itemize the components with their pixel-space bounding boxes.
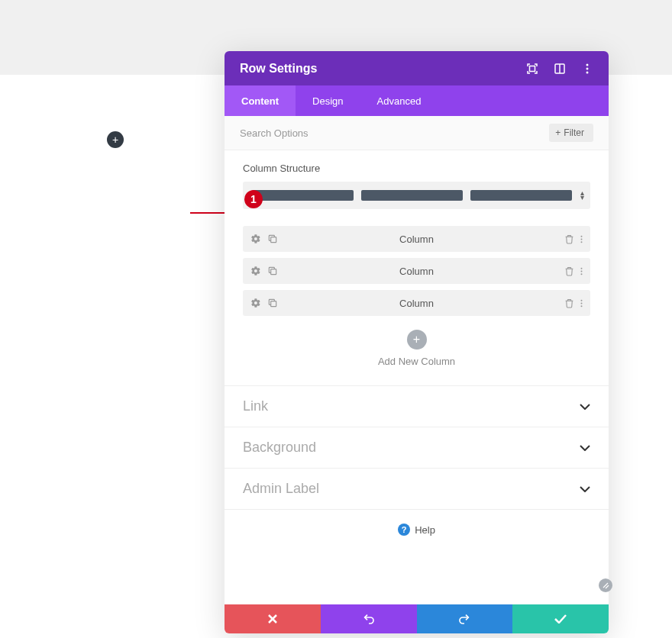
modal-footer [225,604,609,633]
cancel-button[interactable] [225,604,321,633]
column-structure-selector[interactable]: ▴▾ [243,182,590,209]
more-icon[interactable] [581,63,593,75]
chevron-down-icon [580,404,590,410]
add-column-area: + Add New Column [243,322,590,385]
accordion-title: Link [243,398,268,414]
duplicate-icon[interactable] [267,234,278,244]
filter-label: Filter [564,127,584,138]
redo-button[interactable] [417,604,513,633]
help-icon: ? [398,524,410,536]
tab-advanced[interactable]: Advanced [360,85,438,116]
svg-point-12 [581,270,583,272]
trash-icon[interactable] [564,298,574,308]
trash-icon[interactable] [564,266,574,276]
accordion-title: Admin Label [243,481,319,497]
column-row: Column [243,290,590,316]
svg-point-5 [586,71,589,73]
add-section-button[interactable]: + [107,131,124,148]
plus-icon: + [555,127,561,138]
help-label: Help [415,524,435,536]
column-row: Column [243,226,590,252]
chevron-down-icon [580,486,590,492]
search-row: Search Options + Filter [225,116,609,150]
svg-rect-10 [271,269,276,275]
more-icon[interactable] [580,266,583,276]
annotation-badge: 1 [244,190,263,208]
column-bar [361,190,463,201]
content-area: Column Structure ▴▾ Column Column [225,150,609,385]
tab-design[interactable]: Design [296,85,360,116]
add-column-label: Add New Column [243,356,590,367]
column-row: Column [243,258,590,284]
add-column-button[interactable]: + [407,330,427,350]
accordion-background[interactable]: Background [225,427,609,468]
column-label: Column [399,266,434,277]
svg-rect-14 [271,301,276,307]
column-structure-label: Column Structure [243,163,590,174]
close-icon [267,614,278,624]
svg-point-7 [581,235,583,237]
filter-button[interactable]: + Filter [549,124,593,142]
gear-icon[interactable] [250,234,261,244]
column-bar [252,190,354,201]
expand-icon[interactable] [526,63,538,75]
svg-point-11 [581,267,583,269]
sort-icon: ▴▾ [580,191,584,200]
column-bar [470,190,572,201]
duplicate-icon[interactable] [267,266,278,276]
svg-point-8 [581,238,583,240]
svg-rect-0 [530,66,535,71]
modal-header: Row Settings [225,51,609,85]
chevron-down-icon [580,445,590,451]
undo-icon [363,613,375,625]
trash-icon[interactable] [564,234,574,244]
more-icon[interactable] [580,298,583,308]
svg-point-4 [586,67,589,69]
row-settings-modal: Row Settings Content Design Advanced Sea… [225,51,609,633]
svg-point-17 [581,305,583,307]
help-row: ? Help [225,509,609,604]
save-button[interactable] [512,604,609,633]
accordion-admin-label[interactable]: Admin Label [225,468,609,509]
gear-icon[interactable] [250,298,261,308]
tabs: Content Design Advanced [225,85,609,116]
svg-point-3 [586,63,589,66]
redo-icon [458,613,470,625]
accordion-title: Background [243,440,316,456]
search-input[interactable]: Search Options [240,127,309,139]
column-label: Column [399,298,434,309]
undo-button[interactable] [321,604,417,633]
svg-rect-6 [271,237,276,243]
column-label: Column [399,234,434,245]
svg-point-15 [581,299,583,301]
gear-icon[interactable] [250,266,261,276]
svg-point-9 [581,241,583,243]
duplicate-icon[interactable] [267,298,278,308]
header-icons [526,63,593,75]
svg-point-16 [581,302,583,304]
panel-icon[interactable] [554,63,566,75]
accordion-link[interactable]: Link [225,385,609,427]
svg-point-13 [581,273,583,275]
resize-handle[interactable] [599,578,612,592]
modal-title: Row Settings [240,62,317,76]
check-icon [554,614,567,624]
more-icon[interactable] [580,234,583,244]
help-button[interactable]: ? Help [398,524,435,536]
tab-content[interactable]: Content [225,85,296,116]
